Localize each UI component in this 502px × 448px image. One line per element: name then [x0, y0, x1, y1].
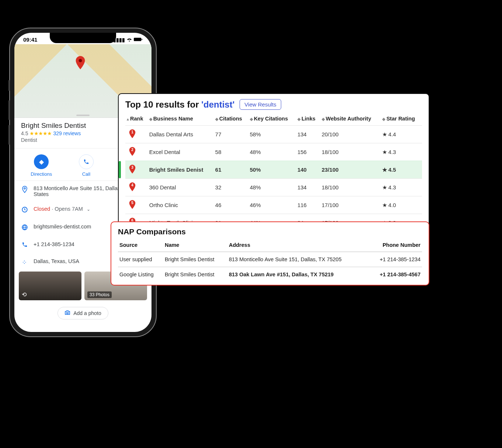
cell-links: 156 — [296, 143, 320, 161]
cell-key-citations: 48% — [248, 179, 296, 196]
cell-citations: 61 — [214, 161, 248, 179]
table-row[interactable]: 4360 Dental3248%13418/100★4.3 — [125, 179, 422, 196]
cell-key-citations: 46% — [248, 196, 296, 214]
col-citations[interactable]: ◆Citations — [214, 113, 248, 126]
phone-side-button — [8, 100, 10, 120]
rank-pin-icon: 4 — [129, 182, 136, 191]
cell-business: Ortho Clinic — [148, 196, 214, 214]
cell-authority: 20/100 — [320, 126, 381, 143]
phone-icon — [21, 242, 28, 249]
map-pin-icon — [75, 56, 86, 72]
add-photo-button[interactable]: Add a photo — [57, 307, 108, 319]
rank-pin-icon: 1 — [129, 129, 136, 138]
cell-authority: 17/100 — [320, 196, 381, 214]
status-time: 09:41 — [23, 36, 37, 43]
col-star[interactable]: ◆Star Rating — [381, 113, 422, 126]
directions-label: Directions — [31, 171, 52, 177]
table-row[interactable]: 2Excel Dental5848%15618/100★4.3 — [125, 143, 422, 161]
col-authority[interactable]: ◆Website Authority — [320, 113, 381, 126]
nap-table: Source Name Address Phone Number User su… — [118, 240, 422, 282]
clock-icon — [21, 206, 28, 215]
cell-star: ★4.5 — [381, 161, 422, 179]
cell-key-citations: 48% — [248, 143, 296, 161]
cell-name: Bright Smiles Dentist — [163, 267, 227, 282]
table-row[interactable]: 3Bright Smiles Denist6150%14023/100★4.5 — [125, 161, 422, 179]
results-panel: Top 10 results for 'dentist' View Result… — [118, 93, 429, 234]
cell-citations: 46 — [214, 196, 248, 214]
results-header-row: ▴Rank ◆Business Name ◆Citations ◆Key Cit… — [125, 113, 422, 126]
plus-code-icon: ⁘ — [21, 259, 28, 266]
col-business[interactable]: ◆Business Name — [148, 113, 214, 126]
col-name: Name — [163, 240, 227, 252]
cell-authority: 23/100 — [320, 161, 381, 179]
col-links[interactable]: ◆Links — [296, 113, 320, 126]
col-rank[interactable]: ▴Rank — [125, 113, 148, 126]
cell-star: ★4.3 — [381, 143, 422, 161]
cell-business: Excel Dental — [148, 143, 214, 161]
cell-source: Google Listing — [118, 267, 163, 282]
col-phone: Phone Number — [369, 240, 422, 252]
add-photo-label: Add a photo — [73, 310, 101, 316]
results-title: Top 10 results for 'dentist' — [125, 99, 234, 110]
photo-tile-streetview[interactable]: ⟲ — [19, 272, 81, 300]
cell-citations: 32 — [214, 179, 248, 196]
results-table: ▴Rank ◆Business Name ◆Citations ◆Key Cit… — [125, 113, 422, 231]
globe-icon — [21, 224, 28, 232]
phone-side-button — [8, 80, 10, 91]
cell-links: 134 — [296, 126, 320, 143]
results-header: Top 10 results for 'dentist' View Result… — [125, 99, 422, 110]
cell-business: Bright Smiles Denist — [148, 161, 214, 179]
cell-business: Dallas Dental Arts — [148, 126, 214, 143]
col-address: Address — [227, 240, 369, 252]
hours-text: Closed · Opens 7AM ⌄ — [34, 206, 90, 212]
rank-pin-icon: 3 — [129, 165, 136, 174]
location-pin-icon — [21, 186, 28, 195]
results-title-prefix: Top 10 results for — [125, 99, 201, 109]
directions-button[interactable]: ◆ Directions — [31, 154, 52, 177]
hours-status: Closed — [34, 206, 50, 212]
table-row[interactable]: 1Dallas Dental Arts7758%13420/100★4.4 — [125, 126, 422, 143]
cell-links: 140 — [296, 161, 320, 179]
table-row: Google ListingBright Smiles Dentist813 O… — [118, 267, 422, 282]
cell-links: 134 — [296, 179, 320, 196]
rating-value: 4.5 — [21, 130, 28, 136]
wifi-icon — [126, 37, 132, 43]
rank-pin-icon: 5 — [129, 200, 136, 209]
cell-business: 360 Dental — [148, 179, 214, 196]
svg-point-3 — [24, 188, 25, 189]
cell-address: 813 Oak Lawn Ave #151, Dallas, TX 75219 — [227, 267, 369, 282]
svg-rect-1 — [142, 39, 142, 40]
sheet-handle[interactable] — [76, 115, 90, 116]
view-results-button[interactable]: View Results — [240, 99, 281, 110]
stars-icon: ★★★★★ — [29, 130, 52, 136]
reviews-link[interactable]: 329 reviews — [53, 130, 81, 136]
cell-address: 813 Monticello Ave Suite 151, Dallas, TX… — [227, 252, 369, 267]
cell-authority: 18/100 — [320, 179, 381, 196]
svg-rect-0 — [134, 38, 141, 41]
table-row[interactable]: 5Ortho Clinic4646%11617/100★4.0 — [125, 196, 422, 214]
cell-star: ★4.4 — [381, 126, 422, 143]
streetview-icon: ⟲ — [22, 291, 27, 298]
cell-authority: 18/100 — [320, 143, 381, 161]
hours-next: Opens 7AM — [55, 206, 83, 212]
col-source: Source — [118, 240, 163, 252]
rank-pin-icon: 2 — [129, 147, 136, 156]
cell-links: 116 — [296, 196, 320, 214]
cell-phone: +1 214-385-1234 — [369, 252, 422, 267]
phone-icon — [79, 154, 94, 169]
cell-star: ★4.0 — [381, 196, 422, 214]
location-text: Dallas, Texas, USA — [34, 258, 79, 264]
cell-citations: 77 — [214, 126, 248, 143]
call-button[interactable]: Call — [79, 154, 94, 177]
chevron-down-icon: ⌄ — [87, 207, 90, 212]
battery-icon — [134, 37, 143, 43]
status-icons: ▮▮▮▮ — [113, 37, 143, 43]
results-term: 'dentist' — [201, 99, 234, 109]
cell-name: Bright Smiles Dentist — [163, 252, 227, 267]
nap-header-row: Source Name Address Phone Number — [118, 240, 422, 252]
cell-key-citations: 58% — [248, 126, 296, 143]
website-text: brightsmiles-dentist.com — [34, 224, 91, 230]
col-key-citations[interactable]: ◆Key Citations — [248, 113, 296, 126]
phone-notch — [50, 33, 116, 43]
camera-icon — [65, 310, 70, 316]
